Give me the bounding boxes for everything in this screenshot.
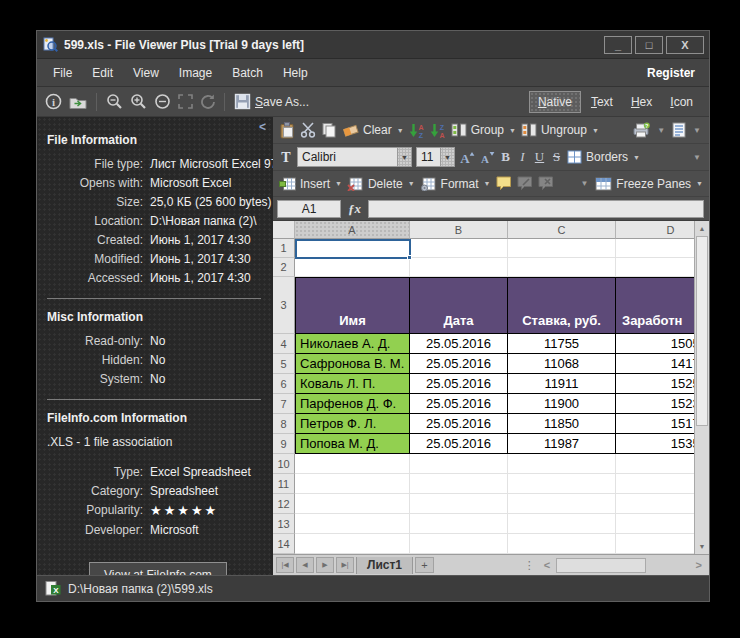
decrease-font-button[interactable]: A: [479, 150, 495, 165]
insert-button[interactable]: Insert▼: [279, 177, 342, 191]
print-preview-button[interactable]: ?: [632, 122, 650, 138]
row-header-9[interactable]: 9: [273, 434, 295, 454]
prev-sheet-icon[interactable]: ◀: [296, 557, 314, 573]
column-header-a[interactable]: A: [295, 221, 410, 239]
paste-button[interactable]: [279, 122, 295, 139]
font-family-select[interactable]: Calibri ▼: [297, 147, 412, 167]
empty-cell[interactable]: [410, 474, 508, 494]
chevron-down-icon[interactable]: ▼: [397, 147, 412, 167]
fit-to-window-button[interactable]: [178, 94, 193, 109]
row-header-7[interactable]: 7: [273, 394, 295, 414]
table-header-cell[interactable]: Заработн: [616, 277, 694, 334]
empty-cell[interactable]: [410, 258, 508, 277]
view-mode-native[interactable]: Native: [529, 91, 581, 113]
spreadsheet-grid[interactable]: ABCD123ИмяДатаСтавка, руб.Заработн4Никол…: [273, 221, 694, 554]
empty-cell[interactable]: [295, 474, 410, 494]
zoom-in-button[interactable]: [130, 93, 147, 110]
empty-cell[interactable]: [616, 534, 694, 554]
empty-cell[interactable]: [295, 494, 410, 514]
cell-rate[interactable]: 11068: [508, 354, 616, 374]
menu-item-file[interactable]: File: [43, 62, 82, 84]
last-sheet-icon[interactable]: ▶|: [336, 557, 354, 573]
edit-comment-button[interactable]: [517, 176, 533, 191]
row-header-3[interactable]: 3: [273, 277, 295, 334]
scroll-up-icon[interactable]: ▲: [695, 221, 709, 236]
cell-name[interactable]: Попова М. Д.: [295, 434, 410, 454]
empty-cell[interactable]: [616, 454, 694, 474]
empty-cell[interactable]: [410, 239, 508, 258]
empty-cell[interactable]: [410, 454, 508, 474]
cell-date[interactable]: 25.05.2016: [410, 434, 508, 454]
menu-item-view[interactable]: View: [123, 62, 169, 84]
row-header-11[interactable]: 11: [273, 474, 295, 494]
empty-cell[interactable]: [295, 454, 410, 474]
cell-salary[interactable]: 15252: [616, 374, 694, 394]
column-header-b[interactable]: B: [410, 221, 508, 239]
empty-cell[interactable]: [616, 514, 694, 534]
font-size-select[interactable]: 11 ▼: [416, 147, 455, 167]
chevron-down-icon[interactable]: ▼: [691, 126, 703, 135]
copy-button[interactable]: [321, 122, 337, 138]
info-button[interactable]: i: [45, 93, 62, 110]
sort-ascending-button[interactable]: AZ: [409, 123, 425, 138]
empty-cell[interactable]: [616, 494, 694, 514]
cell-rate[interactable]: 11911: [508, 374, 616, 394]
italic-button[interactable]: I: [516, 149, 529, 165]
cut-button[interactable]: [300, 122, 316, 138]
cell-rate[interactable]: 11755: [508, 334, 616, 354]
empty-cell[interactable]: [616, 239, 694, 258]
cell-rate[interactable]: 11900: [508, 394, 616, 414]
cell-salary[interactable]: 15238: [616, 394, 694, 414]
ungroup-button[interactable]: Ungroup▼: [521, 123, 599, 137]
cell-rate[interactable]: 11987: [508, 434, 616, 454]
cell-salary[interactable]: 15053: [616, 334, 694, 354]
add-sheet-button[interactable]: +: [415, 557, 434, 573]
menu-item-help[interactable]: Help: [273, 62, 318, 84]
zoom-out-button[interactable]: [106, 93, 123, 110]
table-header-cell[interactable]: Имя: [295, 277, 410, 334]
chevron-down-icon[interactable]: ▼: [440, 147, 455, 167]
vertical-scroll-thumb[interactable]: [696, 236, 708, 426]
view-mode-text[interactable]: Text: [583, 92, 621, 112]
cell-date[interactable]: 25.05.2016: [410, 334, 508, 354]
empty-cell[interactable]: [508, 474, 616, 494]
empty-cell[interactable]: [508, 494, 616, 514]
row-header-12[interactable]: 12: [273, 494, 295, 514]
register-link[interactable]: Register: [647, 66, 703, 80]
empty-cell[interactable]: [295, 534, 410, 554]
zoom-reset-button[interactable]: [154, 93, 171, 110]
row-header-8[interactable]: 8: [273, 414, 295, 434]
select-all-corner[interactable]: [273, 221, 295, 239]
column-header-c[interactable]: C: [508, 221, 616, 239]
empty-cell[interactable]: [508, 534, 616, 554]
freeze-panes-button[interactable]: Freeze Panes▼: [595, 177, 703, 191]
empty-cell[interactable]: [295, 514, 410, 534]
row-header-13[interactable]: 13: [273, 514, 295, 534]
empty-cell[interactable]: [410, 494, 508, 514]
strikethrough-button[interactable]: S: [550, 149, 563, 165]
horizontal-scroll-thumb[interactable]: [556, 558, 646, 573]
new-comment-button[interactable]: [496, 176, 512, 191]
empty-cell[interactable]: [295, 258, 410, 277]
group-button[interactable]: Group▼: [451, 123, 516, 137]
minimize-button[interactable]: _: [604, 36, 632, 54]
cell-date[interactable]: 25.05.2016: [410, 354, 508, 374]
save-as-button[interactable]: Save As...: [234, 93, 309, 110]
column-header-d[interactable]: D: [616, 221, 694, 239]
underline-button[interactable]: U: [533, 149, 546, 165]
row-header-4[interactable]: 4: [273, 334, 295, 354]
empty-cell[interactable]: [616, 474, 694, 494]
empty-cell[interactable]: [508, 258, 616, 277]
scroll-left-icon[interactable]: <: [540, 559, 554, 571]
cell-name[interactable]: Парфенов Д. Ф.: [295, 394, 410, 414]
row-header-10[interactable]: 10: [273, 454, 295, 474]
tab-splitter-icon[interactable]: ⋮: [521, 559, 538, 572]
table-header-cell[interactable]: Ставка, руб.: [508, 277, 616, 334]
next-sheet-icon[interactable]: ▶: [316, 557, 334, 573]
menu-item-batch[interactable]: Batch: [222, 62, 273, 84]
cell-date[interactable]: 25.05.2016: [410, 374, 508, 394]
view-at-fileinfo-button[interactable]: View at FileInfo.com: [89, 562, 227, 575]
delete-comment-button[interactable]: [538, 176, 554, 191]
row-header-5[interactable]: 5: [273, 354, 295, 374]
empty-cell[interactable]: [508, 514, 616, 534]
